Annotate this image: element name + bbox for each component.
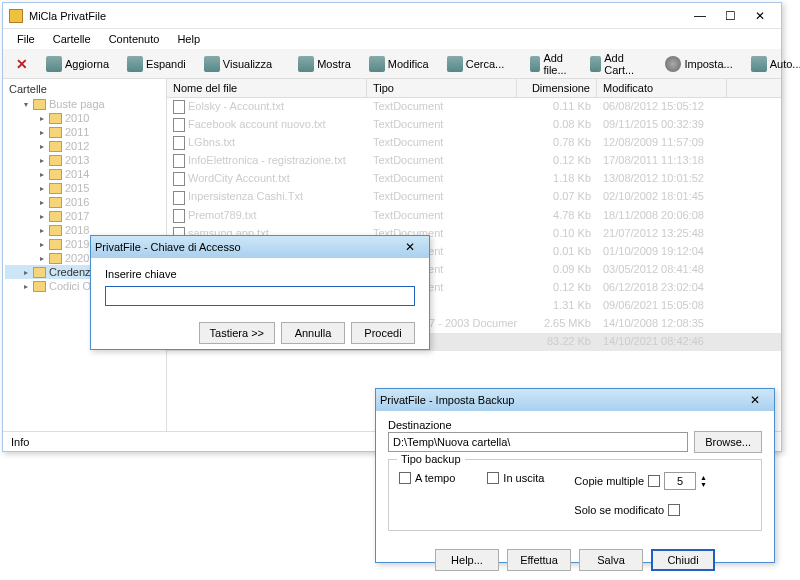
backup-titlebar: PrivatFile - Imposta Backup ✕ [376,389,774,411]
file-row[interactable]: LGbns.txtTextDocument0.78 Kb12/08/2009 1… [167,134,781,152]
access-dialog: PrivatFile - Chiave di Accesso ✕ Inserir… [90,235,430,350]
inuscita-checkbox[interactable] [487,472,499,484]
tree-item[interactable]: ▾Buste paga [5,97,164,111]
x-icon: ✕ [16,56,28,72]
browse-button[interactable]: Browse... [694,431,762,453]
expander-icon[interactable]: ▸ [37,128,46,137]
tastiera-button[interactable]: Tastiera >> [199,322,275,344]
salva-button[interactable]: Salva [579,549,643,571]
folder-icon [33,267,46,278]
tb-visualizza[interactable]: Visualizza [197,52,279,76]
minimize-button[interactable]: — [685,6,715,26]
folder-icon [49,169,62,180]
access-label: Inserire chiave [105,268,415,280]
solo-checkbox[interactable] [668,504,680,516]
tree-label: 2017 [65,210,89,222]
access-key-input[interactable] [105,286,415,306]
tb-imposta[interactable]: Imposta... [658,52,739,76]
backup-close-button[interactable]: ✕ [740,390,770,410]
expander-icon[interactable]: ▸ [37,156,46,165]
file-row[interactable]: Premot789.txtTextDocument4.78 Kb18/11/20… [167,207,781,225]
tree-label: 2013 [65,154,89,166]
maximize-button[interactable]: ☐ [715,6,745,26]
menu-contenuto[interactable]: Contenuto [101,31,168,47]
tb-delete[interactable]: ✕ [9,52,35,76]
show-icon [298,56,314,72]
tree-item[interactable]: ▸2012 [5,139,164,153]
menu-help[interactable]: Help [169,31,208,47]
close-button[interactable]: ✕ [745,6,775,26]
tree-item[interactable]: ▸2013 [5,153,164,167]
titlebar: MiCla PrivatFile — ☐ ✕ [3,3,781,29]
menu-file[interactable]: File [9,31,43,47]
expander-icon[interactable]: ▸ [21,282,30,291]
tree-header: Cartelle [5,81,164,97]
tree-label: 2011 [65,126,89,138]
file-row[interactable]: Inpersistenza Cashi.TxtTextDocument0.07 … [167,188,781,206]
file-row[interactable]: Facebook account nuovo.txtTextDocument0.… [167,116,781,134]
tree-label: 2016 [65,196,89,208]
col-size[interactable]: Dimensione [517,79,597,97]
expander-icon[interactable]: ▸ [37,212,46,221]
help-button[interactable]: Help... [435,549,499,571]
expand-icon [127,56,143,72]
tree-item[interactable]: ▸2014 [5,167,164,181]
spinner-arrows[interactable]: ▲▼ [700,474,707,488]
col-type[interactable]: Tipo [367,79,517,97]
tree-item[interactable]: ▸2015 [5,181,164,195]
annulla-button[interactable]: Annulla [281,322,345,344]
addfolder-icon [590,56,601,72]
dest-input[interactable] [388,432,688,452]
file-row[interactable]: WordCity Account.txtTextDocument1.18 Kb1… [167,170,781,188]
expander-icon[interactable]: ▸ [37,142,46,151]
col-date[interactable]: Modificato [597,79,727,97]
access-close-button[interactable]: ✕ [395,237,425,257]
status-text: Info [11,436,29,448]
tree-label: Buste paga [49,98,105,110]
tree-label: 2015 [65,182,89,194]
expander-icon[interactable]: ▾ [21,100,30,109]
folder-icon [49,127,62,138]
refresh-icon [46,56,62,72]
tb-modifica[interactable]: Modifica [362,52,436,76]
folder-icon [49,113,62,124]
atempo-checkbox[interactable] [399,472,411,484]
folder-icon [49,239,62,250]
expander-icon[interactable]: ▸ [37,254,46,263]
atempo-label: A tempo [415,472,455,484]
copie-spinner[interactable]: 5 [664,472,696,490]
tb-addfile[interactable]: Add file... [523,48,579,80]
file-icon [173,100,185,114]
tb-auto[interactable]: Auto... [744,52,800,76]
expander-icon[interactable]: ▸ [21,268,30,277]
expander-icon[interactable]: ▸ [37,184,46,193]
chiudi-button[interactable]: Chiudi [651,549,715,571]
effettua-button[interactable]: Effettua [507,549,571,571]
expander-icon[interactable]: ▸ [37,198,46,207]
expander-icon[interactable]: ▸ [37,170,46,179]
file-row[interactable]: Eolsky - Account.txtTextDocument0.11 Kb0… [167,98,781,116]
tb-mostra[interactable]: Mostra [291,52,358,76]
tree-item[interactable]: ▸2011 [5,125,164,139]
tb-espandi[interactable]: Espandi [120,52,193,76]
folder-icon [33,281,46,292]
tree-item[interactable]: ▸2010 [5,111,164,125]
tb-cerca[interactable]: Cerca... [440,52,512,76]
tree-item[interactable]: ▸2017 [5,209,164,223]
tree-item[interactable]: ▸2016 [5,195,164,209]
col-name[interactable]: Nome del file [167,79,367,97]
file-row[interactable]: InfoElettronica - registrazione.txtTextD… [167,152,781,170]
tb-addcart[interactable]: Add Cart... [583,48,646,80]
tree-label: 2014 [65,168,89,180]
expander-icon[interactable]: ▸ [37,114,46,123]
folder-icon [49,155,62,166]
expander-icon[interactable]: ▸ [37,226,46,235]
copie-checkbox[interactable] [648,475,660,487]
tb-aggiorna[interactable]: Aggiorna [39,52,116,76]
file-icon [173,136,185,150]
file-icon [173,118,185,132]
procedi-button[interactable]: Procedi [351,322,415,344]
expander-icon[interactable]: ▸ [37,240,46,249]
menu-cartelle[interactable]: Cartelle [45,31,99,47]
solo-label: Solo se modificato [574,504,664,516]
